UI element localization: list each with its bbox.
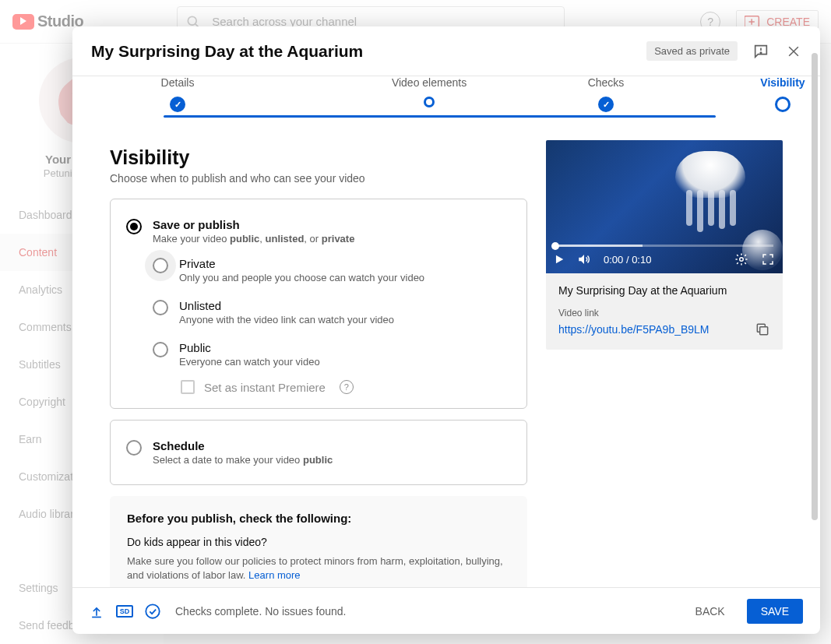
before-p1: Make sure you follow our policies to pro…: [127, 554, 510, 582]
schedule-title: Schedule: [153, 439, 333, 452]
option-unlisted[interactable]: Unlisted Anyone with the video link can …: [153, 291, 511, 333]
settings-gear-icon[interactable]: [734, 252, 748, 266]
copy-icon[interactable]: [755, 322, 770, 337]
sd-badge[interactable]: SD: [116, 605, 133, 618]
before-heading: Before you publish, check the following:: [127, 512, 510, 525]
before-q1: Do kids appear in this video?: [127, 536, 510, 548]
save-button[interactable]: SAVE: [747, 599, 803, 624]
premiere-checkbox-row[interactable]: Set as instant Premiere ?: [181, 380, 511, 394]
schedule-card: Schedule Select a date to make your vide…: [110, 420, 527, 485]
svg-marker-11: [556, 255, 563, 264]
upload-dialog: My Surprising Day at the Aquarium Saved …: [72, 26, 820, 634]
video-link-label: Video link: [558, 308, 770, 318]
option-unlisted-title: Unlisted: [179, 299, 394, 312]
video-time: 0:00 / 0:10: [604, 254, 651, 266]
save-or-publish-card: Save or publish Make your video public, …: [110, 199, 527, 409]
volume-icon[interactable]: [577, 252, 591, 266]
preview-column: 0:00 / 0:10 My Surprising Day at the Aqu…: [546, 140, 783, 587]
dialog-header: My Surprising Day at the Aquarium Saved …: [72, 26, 820, 76]
video-link[interactable]: https://youtu.be/F5PA9b_B9LM: [558, 323, 710, 336]
step-details[interactable]: Details: [88, 76, 267, 112]
schedule-radio-row[interactable]: Schedule Select a date to make your vide…: [126, 435, 511, 470]
before-publish-box: Before you publish, check the following:…: [110, 496, 527, 587]
dialog-body: Visibility Choose when to publish and wh…: [72, 121, 820, 587]
help-icon[interactable]: ?: [340, 380, 354, 394]
step-checks[interactable]: Checks: [516, 76, 695, 112]
feedback-icon[interactable]: [752, 42, 770, 61]
fullscreen-icon[interactable]: [761, 252, 775, 266]
stepper: Details Video elements Checks Visibility: [72, 76, 820, 121]
svg-point-16: [146, 604, 159, 618]
step-check-icon: [170, 97, 185, 112]
radio-public[interactable]: [153, 342, 168, 357]
step-active-circle-icon: [775, 97, 791, 112]
video-progress-bar[interactable]: [555, 245, 773, 247]
play-icon[interactable]: [554, 254, 565, 265]
scrollbar[interactable]: [812, 53, 818, 587]
preview-video-title: My Surprising Day at the Aquarium: [558, 284, 770, 297]
svg-rect-14: [760, 327, 768, 335]
step-dot-icon: [424, 97, 435, 107]
option-public-title: Public: [179, 341, 320, 354]
option-public-desc: Everyone can watch your video: [179, 356, 320, 368]
dialog-footer: SD Checks complete. No issues found. BAC…: [72, 587, 820, 634]
step-check-icon: [598, 97, 614, 112]
option-private[interactable]: Private Only you and people you choose c…: [153, 249, 511, 291]
learn-more-link[interactable]: Learn more: [248, 569, 300, 581]
premiere-label: Set as instant Premiere: [204, 381, 326, 394]
visibility-subheading: Choose when to publish and who can see y…: [110, 172, 527, 185]
radio-schedule[interactable]: [126, 440, 142, 456]
option-public[interactable]: Public Everyone can watch your video: [153, 333, 511, 375]
checks-ok-icon: [144, 603, 161, 620]
saved-badge: Saved as private: [646, 41, 738, 61]
visibility-heading: Visibility: [110, 146, 527, 169]
step-visibility[interactable]: Visibility: [693, 76, 831, 112]
premiere-checkbox[interactable]: [181, 380, 195, 394]
schedule-desc: Select a date to make your video public: [153, 454, 333, 466]
option-unlisted-desc: Anyone with the video link can watch you…: [179, 314, 394, 326]
radio-unlisted[interactable]: [153, 300, 168, 315]
radio-save-or-publish[interactable]: [126, 219, 142, 234]
dialog-title: My Surprising Day at the Aquarium: [91, 42, 363, 61]
save-or-publish-title: Save or publish: [153, 218, 354, 231]
back-button[interactable]: BACK: [686, 599, 734, 624]
svg-point-13: [740, 258, 744, 262]
svg-point-8: [760, 52, 761, 53]
svg-marker-12: [579, 255, 584, 264]
save-or-publish-desc: Make your video public, unlisted, or pri…: [153, 233, 354, 245]
option-private-desc: Only you and people you choose can watch…: [179, 272, 424, 283]
close-icon[interactable]: [784, 42, 803, 61]
save-or-publish-radio-row[interactable]: Save or publish Make your video public, …: [126, 213, 511, 249]
video-preview-card: 0:00 / 0:10 My Surprising Day at the Aqu…: [546, 140, 783, 350]
option-private-title: Private: [179, 257, 424, 270]
radio-private[interactable]: [153, 258, 168, 273]
step-video-elements[interactable]: Video elements: [340, 76, 519, 107]
checks-status-text: Checks complete. No issues found.: [175, 605, 346, 618]
video-thumbnail[interactable]: 0:00 / 0:10: [546, 140, 783, 273]
upload-status-icon[interactable]: [88, 603, 105, 620]
